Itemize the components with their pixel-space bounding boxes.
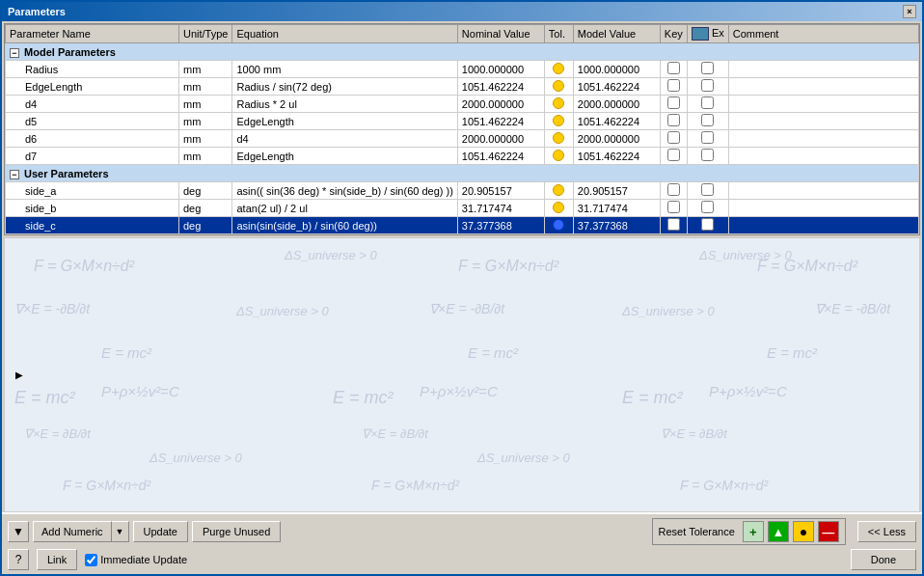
key-checkbox[interactable]: [667, 149, 680, 161]
param-name: d4: [25, 98, 37, 110]
key-checkbox[interactable]: [667, 131, 680, 144]
table-row[interactable]: d7 mm EdgeLength 1051.462224 1051.462224: [6, 148, 919, 165]
param-ex-cell[interactable]: [687, 182, 728, 200]
group-name-cell: − User Parameters: [6, 165, 919, 182]
link-button[interactable]: Link: [37, 549, 77, 570]
key-checkbox[interactable]: [667, 114, 680, 126]
group-collapse-icon[interactable]: −: [10, 48, 19, 58]
param-ex-cell[interactable]: [687, 130, 728, 148]
key-checkbox[interactable]: [667, 96, 680, 109]
table-row[interactable]: side_c deg asin(sin(side_b) / sin(60 deg…: [6, 217, 919, 234]
param-nominal-cell: 1051.462224: [457, 78, 544, 96]
formula-watermark-20: ∇×E = ∂B/∂t: [362, 426, 428, 441]
ex-checkbox[interactable]: [701, 183, 714, 196]
title-bar-buttons: ×: [903, 5, 916, 18]
param-equation-cell: atan(2 ul) / 2 ul: [232, 200, 457, 217]
param-key-cell[interactable]: [660, 78, 687, 96]
param-unit-cell: mm: [179, 148, 232, 165]
formula-watermark-23: ΔS_universe > 0: [477, 451, 570, 465]
close-button[interactable]: ×: [903, 5, 916, 18]
param-ex-cell[interactable]: [687, 96, 728, 113]
param-unit-cell: mm: [179, 96, 232, 113]
group-row-1: − User Parameters: [6, 165, 919, 182]
ex-checkbox[interactable]: [701, 218, 714, 231]
scroll-arrow[interactable]: ▶: [13, 351, 26, 399]
less-button[interactable]: << Less: [857, 521, 916, 542]
param-ex-cell[interactable]: [687, 217, 728, 234]
param-nominal-cell: 1051.462224: [457, 113, 544, 130]
formula-watermark-2: F = G×M×n÷d²: [458, 258, 558, 275]
tol-green-button[interactable]: ▲: [768, 521, 789, 542]
param-ex-cell[interactable]: [687, 78, 728, 96]
table-row[interactable]: EdgeLength mm Radius / sin(72 deg) 1051.…: [6, 78, 919, 96]
param-unit-cell: mm: [179, 78, 232, 96]
param-name: Radius: [25, 64, 58, 75]
param-equation-cell: Radius / sin(72 deg): [232, 78, 457, 96]
immediate-update-checkbox[interactable]: [85, 554, 97, 566]
table-row[interactable]: d4 mm Radius * 2 ul 2000.000000 2000.000…: [6, 96, 919, 113]
param-ex-cell[interactable]: [687, 61, 728, 78]
ex-checkbox[interactable]: [701, 114, 714, 126]
param-ex-cell[interactable]: [687, 148, 728, 165]
param-nominal-cell: 2000.000000: [457, 96, 544, 113]
tol-yellow-button[interactable]: ●: [793, 521, 814, 542]
formula-watermark-4: F = G×M×n÷d²: [757, 258, 857, 275]
key-checkbox[interactable]: [667, 183, 680, 196]
param-key-cell[interactable]: [660, 96, 687, 113]
dropdown-arrow-icon: ▼: [116, 527, 124, 536]
tol-red-button[interactable]: —: [818, 521, 839, 542]
param-comment-cell: [728, 182, 918, 200]
key-checkbox[interactable]: [667, 201, 680, 213]
group-label: Model Parameters: [24, 46, 116, 58]
table-row[interactable]: Radius mm 1000 mm 1000.000000 1000.00000…: [6, 61, 919, 78]
ex-checkbox[interactable]: [701, 201, 714, 213]
ex-checkbox[interactable]: [701, 79, 714, 92]
param-equation-cell: EdgeLength: [232, 113, 457, 130]
ex-checkbox[interactable]: [701, 131, 714, 144]
table-row[interactable]: d6 mm d4 2000.000000 2000.000000: [6, 130, 919, 148]
key-checkbox[interactable]: [667, 218, 680, 231]
table-row[interactable]: side_b deg atan(2 ul) / 2 ul 31.717474 3…: [6, 200, 919, 217]
param-unit-cell: deg: [179, 200, 232, 217]
param-key-cell[interactable]: [660, 217, 687, 234]
purge-unused-button[interactable]: Purge Unused: [192, 521, 281, 542]
help-button[interactable]: ?: [8, 549, 29, 570]
param-key-cell[interactable]: [660, 113, 687, 130]
group-label: User Parameters: [24, 168, 108, 179]
tol-indicator: [553, 80, 564, 92]
param-unit-cell: deg: [179, 217, 232, 234]
key-checkbox[interactable]: [667, 62, 680, 74]
key-checkbox[interactable]: [667, 79, 680, 92]
add-numeric-dropdown[interactable]: ▼: [112, 521, 129, 542]
param-key-cell[interactable]: [660, 148, 687, 165]
param-key-cell[interactable]: [660, 200, 687, 217]
update-button[interactable]: Update: [133, 521, 188, 542]
tol-plus-button[interactable]: +: [743, 521, 764, 542]
filter-button[interactable]: ▼: [8, 521, 29, 542]
group-collapse-icon[interactable]: −: [10, 170, 19, 179]
param-name: EdgeLength: [25, 81, 82, 93]
done-button[interactable]: Done: [851, 549, 916, 570]
param-ex-cell[interactable]: [687, 113, 728, 130]
ex-checkbox[interactable]: [701, 149, 714, 161]
toolbar-row1: ▼ Add Numeric ▼ Update Purge Unused Rese…: [8, 518, 916, 545]
formula-watermark-3: ΔS_universe > 0: [699, 248, 792, 262]
group-row-0: − Model Parameters: [6, 43, 919, 61]
ex-checkbox[interactable]: [701, 96, 714, 109]
table-row[interactable]: side_a deg asin(( sin(36 deg) * sin(side…: [6, 182, 919, 200]
param-key-cell[interactable]: [660, 130, 687, 148]
formula-watermark-19: ∇×E = ∂B/∂t: [24, 426, 91, 441]
param-name: d5: [25, 116, 37, 127]
table-row[interactable]: d5 mm EdgeLength 1051.462224 1051.462224: [6, 113, 919, 130]
param-tol-cell: [544, 96, 573, 113]
param-comment-cell: [728, 130, 918, 148]
param-key-cell[interactable]: [660, 61, 687, 78]
param-ex-cell[interactable]: [687, 200, 728, 217]
ex-checkbox[interactable]: [701, 62, 714, 74]
param-key-cell[interactable]: [660, 182, 687, 200]
param-nominal-cell: 1051.462224: [457, 148, 544, 165]
col-header-key: Key: [660, 25, 687, 43]
col-header-unit: Unit/Type: [179, 25, 232, 43]
add-numeric-button[interactable]: Add Numeric: [33, 521, 112, 542]
col-header-nominal: Nominal Value: [457, 25, 544, 43]
